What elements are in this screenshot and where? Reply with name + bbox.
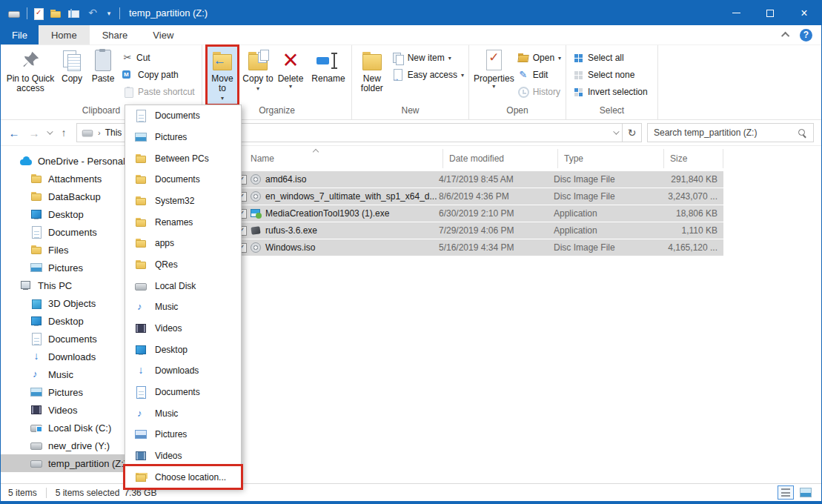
paste-shortcut-button[interactable]: Paste shortcut (119, 85, 198, 99)
file-type: Disc Image File (554, 191, 660, 202)
file-type: Application (554, 225, 660, 236)
move-to-icon: ← (211, 49, 234, 73)
menu-item[interactable]: Downloads (125, 360, 241, 382)
edit-button[interactable]: ✎ Edit (514, 68, 564, 82)
forward-button[interactable]: → (27, 127, 42, 139)
paste-icon (91, 49, 115, 73)
copy-path-icon (122, 69, 134, 81)
column-header-date-modified[interactable]: Date modified (443, 149, 558, 168)
rename-button[interactable]: Rename (308, 47, 349, 104)
history-icon (517, 86, 529, 98)
menu-item[interactable]: Choose location... (125, 466, 241, 488)
move-to-button[interactable]: ← Move to▾ (208, 47, 237, 104)
menu-item-label: System32 (155, 196, 194, 206)
menu-item[interactable]: apps (125, 233, 241, 254)
properties-button[interactable]: ✓ Properties▾ (474, 47, 514, 104)
search-box[interactable] (647, 123, 814, 142)
file-row[interactable]: en_windows_7_ultimate_with_sp1_x64_d... … (236, 188, 723, 205)
menu-item[interactable]: Local Disk (125, 275, 241, 296)
menu-item[interactable]: Pictures (125, 424, 241, 445)
recent-locations-icon[interactable] (47, 128, 53, 134)
tab-file[interactable]: File (1, 25, 39, 44)
new-folder-quick-icon[interactable] (50, 7, 62, 19)
pin-to-quick-access-button[interactable]: Pin to Quick access (4, 47, 57, 104)
sidebar-item-icon (30, 173, 42, 185)
file-type: Application (554, 208, 660, 219)
sidebar-item-icon (30, 333, 42, 345)
menu-item[interactable]: Documents (125, 382, 241, 403)
column-header-size[interactable]: Size (664, 149, 723, 168)
copy-path-button[interactable]: Copy path (119, 68, 198, 82)
sidebar-item-icon (30, 386, 42, 398)
file-name: amd64.iso (262, 174, 439, 185)
invert-selection-button[interactable]: Invert selection (571, 85, 651, 99)
open-icon (517, 52, 529, 64)
sidebar-item-icon (30, 315, 42, 327)
file-type-icon (250, 242, 262, 253)
rename-quick-icon[interactable] (68, 7, 80, 19)
back-button[interactable]: ← (7, 127, 21, 139)
file-row[interactable]: rufus-3.6.exe 7/29/2019 4:06 PM Applicat… (236, 222, 723, 239)
select-none-button[interactable]: Select none (571, 68, 651, 82)
history-button[interactable]: History (514, 85, 564, 99)
paste-button[interactable]: Paste (87, 47, 119, 104)
file-row[interactable]: Windows.iso 5/16/2019 4:34 PM Disc Image… (236, 239, 723, 256)
file-date-modified: 5/16/2019 4:34 PM (439, 242, 554, 253)
menu-item[interactable]: Documents (125, 105, 241, 127)
menu-item[interactable]: Music (125, 296, 241, 318)
menu-item[interactable]: QRes (125, 254, 241, 276)
search-input[interactable] (654, 127, 793, 138)
cut-button[interactable]: ✂ Cut (119, 51, 198, 64)
large-icons-view-button[interactable] (798, 485, 814, 500)
menu-item-icon (135, 365, 147, 377)
tab-view[interactable]: View (140, 25, 186, 44)
undo-icon[interactable]: ↶ (87, 7, 99, 19)
sidebar-item-icon (30, 190, 42, 202)
minimize-button[interactable] (719, 1, 753, 25)
open-button[interactable]: Open▾ (514, 51, 564, 64)
maximize-button[interactable] (753, 1, 787, 25)
sidebar-item-icon (30, 422, 42, 434)
menu-item[interactable]: Between PCs (125, 147, 241, 169)
qat-dropdown-icon[interactable]: ▾ (105, 7, 113, 19)
file-row[interactable]: amd64.iso 4/17/2019 8:45 AM Disc Image F… (236, 171, 723, 188)
menu-item-label: Local Disk (155, 281, 196, 291)
search-icon[interactable] (798, 128, 807, 138)
sidebar-item-label: Pictures (48, 387, 83, 398)
sidebar-item-icon (20, 155, 32, 167)
easy-access-button[interactable]: Easy access▾ (389, 68, 467, 82)
tab-home[interactable]: Home (39, 25, 90, 44)
select-all-button[interactable]: Select all (571, 51, 651, 64)
close-button[interactable]: × (787, 1, 821, 25)
menu-item[interactable]: System32 (125, 190, 241, 212)
column-header-type[interactable]: Type (558, 149, 664, 168)
copy-to-button[interactable]: Copy to▾ (242, 47, 274, 104)
column-header-name[interactable]: Name (236, 149, 443, 168)
menu-item[interactable]: Desktop (125, 339, 241, 360)
new-item-button[interactable]: New item▾ (389, 51, 467, 64)
selection-size: 7.36 GB (124, 488, 156, 498)
file-date-modified: 8/6/2019 4:36 PM (439, 191, 554, 202)
up-button[interactable]: ↑ (56, 127, 71, 139)
properties-quick-icon[interactable] (34, 7, 43, 19)
scissors-icon: ✂ (122, 52, 133, 64)
menu-item[interactable]: Videos (125, 318, 241, 339)
file-name: MediaCreationTool1903 (1).exe (262, 208, 439, 219)
file-row[interactable]: MediaCreationTool1903 (1).exe 6/30/2019 … (236, 205, 723, 222)
menu-item[interactable]: Documents (125, 169, 241, 190)
help-icon[interactable]: ? (800, 29, 812, 42)
new-folder-button[interactable]: New folder (358, 47, 386, 104)
details-view-button[interactable] (778, 485, 794, 500)
delete-button[interactable]: × Delete▾ (274, 47, 308, 104)
menu-item[interactable]: Renames (125, 211, 241, 233)
collapse-ribbon-icon[interactable] (781, 32, 789, 40)
tab-share[interactable]: Share (90, 25, 141, 44)
address-dropdown-icon[interactable] (613, 128, 619, 134)
refresh-button[interactable]: ↻ (623, 123, 642, 142)
menu-item[interactable]: Pictures (125, 127, 241, 148)
menu-item[interactable]: Music (125, 402, 241, 424)
menu-item[interactable]: Videos (125, 445, 241, 467)
copy-button[interactable]: Copy (57, 47, 87, 104)
paste-shortcut-icon (122, 86, 134, 98)
copy-to-icon (246, 49, 270, 73)
